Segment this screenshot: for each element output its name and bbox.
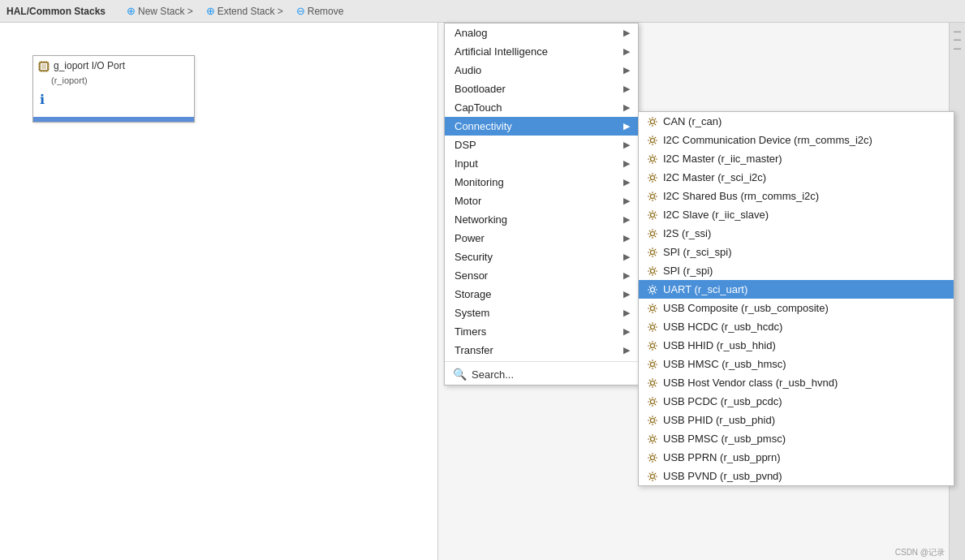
watermark: CSDN @记录 [895, 547, 945, 558]
remove-icon: ⊖ [296, 5, 305, 17]
arrow-icon: ▶ [623, 326, 630, 337]
gear-icon [647, 265, 658, 277]
menu-item-ai[interactable]: Artificial Intelligence ▶ [445, 42, 638, 61]
menu-item-monitoring[interactable]: Monitoring ▶ [445, 173, 638, 192]
menu-item-storage[interactable]: Storage ▶ [445, 285, 638, 304]
svg-point-23 [651, 287, 655, 291]
dropdown-menu: Analog ▶ Artificial Intelligence ▶ Audio… [444, 23, 639, 386]
extend-stack-button[interactable]: ⊕ Extend Stack > [201, 3, 288, 19]
arrow-icon: ▶ [623, 46, 630, 57]
gear-icon [647, 377, 658, 389]
submenu-item-usb-pvnd[interactable]: USB PVND (r_usb_pvnd) [639, 467, 954, 485]
menu-item-captouch[interactable]: CapTouch ▶ [445, 98, 638, 117]
menu-item-motor[interactable]: Motor ▶ [445, 192, 638, 210]
arrow-icon: ▶ [623, 65, 630, 75]
gear-icon [647, 247, 658, 258]
component-block[interactable]: g_ioport I/O Port (r_ioport) ℹ [32, 55, 195, 123]
svg-point-31 [651, 437, 655, 441]
svg-point-32 [651, 455, 655, 459]
gear-icon [647, 471, 658, 482]
menu-item-connectivity[interactable]: Connectivity ▶ [445, 117, 638, 136]
menu-item-input[interactable]: Input ▶ [445, 154, 638, 173]
submenu-item-spi[interactable]: SPI (r_spi) [639, 261, 954, 280]
svg-point-33 [651, 474, 655, 478]
svg-point-26 [651, 343, 655, 347]
new-stack-button[interactable]: ⊕ New Stack > [122, 3, 198, 19]
remove-button[interactable]: ⊖ Remove [291, 3, 349, 19]
new-stack-icon: ⊕ [127, 5, 136, 17]
svg-point-17 [651, 175, 655, 179]
menu-item-timers[interactable]: Timers ▶ [445, 322, 638, 341]
submenu-item-i2c-slave[interactable]: I2C Slave (r_iic_slave) [639, 205, 954, 224]
menu-item-power[interactable]: Power ▶ [445, 229, 638, 248]
submenu-item-i2c-comms[interactable]: I2C Communication Device (rm_comms_i2c) [639, 131, 954, 149]
svg-point-16 [651, 157, 655, 161]
submenu-item-usb-composite[interactable]: USB Composite (r_usb_composite) [639, 299, 954, 317]
extend-stack-icon: ⊕ [206, 5, 215, 17]
arrow-icon: ▶ [623, 102, 630, 113]
menu-item-transfer[interactable]: Transfer ▶ [445, 341, 638, 360]
chip-icon [38, 59, 50, 72]
menu-item-bootloader[interactable]: Bootloader ▶ [445, 80, 638, 98]
menu-item-networking[interactable]: Networking ▶ [445, 210, 638, 229]
gear-icon [647, 284, 658, 295]
arrow-icon: ▶ [623, 308, 630, 318]
arrow-icon: ▶ [623, 121, 630, 131]
component-name: g_ioport I/O Port [54, 60, 125, 71]
main-window: HAL/Common Stacks ⊕ New Stack > ⊕ Extend… [0, 0, 965, 560]
panel-title: HAL/Common Stacks [6, 6, 106, 17]
arrow-icon: ▶ [623, 345, 630, 355]
gear-icon [647, 452, 658, 463]
gear-icon [647, 209, 658, 221]
info-icon[interactable]: ℹ [40, 93, 45, 106]
submenu-item-usb-hcdc[interactable]: USB HCDC (r_usb_hcdc) [639, 317, 954, 336]
submenu-item-can[interactable]: CAN (r_can) [639, 112, 954, 131]
gear-icon [647, 116, 658, 127]
gear-icon [647, 359, 658, 370]
gear-icon [647, 191, 658, 202]
submenu-item-usb-hhid[interactable]: USB HHID (r_usb_hhid) [639, 336, 954, 355]
svg-point-28 [651, 381, 655, 385]
submenu-item-i2s[interactable]: I2S (r_ssi) [639, 224, 954, 243]
svg-point-29 [651, 399, 655, 403]
submenu-item-usb-hmsc[interactable]: USB HMSC (r_usb_hmsc) [639, 355, 954, 373]
menu-item-dsp[interactable]: DSP ▶ [445, 136, 638, 154]
svg-point-20 [651, 231, 655, 235]
submenu-item-uart[interactable]: UART (r_sci_uart) [639, 280, 954, 299]
submenu-item-usb-pmsc[interactable]: USB PMSC (r_usb_pmsc) [639, 429, 954, 448]
svg-point-24 [651, 306, 655, 310]
svg-point-30 [651, 418, 655, 422]
submenu-item-usb-pprn[interactable]: USB PPRN (r_usb_pprn) [639, 448, 954, 467]
menu-item-audio[interactable]: Audio ▶ [445, 61, 638, 80]
gear-icon [647, 433, 658, 445]
arrow-icon: ▶ [623, 196, 630, 206]
gear-icon [647, 340, 658, 351]
svg-point-22 [651, 269, 655, 273]
canvas-area: g_ioport I/O Port (r_ioport) ℹ [0, 23, 438, 560]
submenu-item-usb-hvnd[interactable]: USB Host Vendor class (r_usb_hvnd) [639, 373, 954, 392]
arrow-icon: ▶ [623, 158, 630, 169]
submenu-item-i2c-master-iic[interactable]: I2C Master (r_iic_master) [639, 149, 954, 168]
submenu-item-usb-pcdc[interactable]: USB PCDC (r_usb_pcdc) [639, 392, 954, 411]
arrow-icon: ▶ [623, 177, 630, 187]
submenu-item-spi-sci[interactable]: SPI (r_sci_spi) [639, 243, 954, 261]
arrow-icon: ▶ [623, 84, 630, 94]
panel-header: HAL/Common Stacks ⊕ New Stack > ⊕ Extend… [0, 0, 965, 23]
submenu-item-i2c-master-sci[interactable]: I2C Master (r_sci_i2c) [639, 168, 954, 187]
gear-icon [647, 135, 658, 146]
arrow-icon: ▶ [623, 233, 630, 243]
search-item[interactable]: 🔍 Search... [445, 364, 638, 385]
search-icon: 🔍 [453, 368, 467, 381]
arrow-icon: ▶ [623, 140, 630, 150]
gear-icon [647, 415, 658, 426]
svg-point-19 [651, 213, 655, 217]
arrow-icon: ▶ [623, 28, 630, 38]
menu-divider [445, 361, 638, 362]
submenu-item-i2c-shared[interactable]: I2C Shared Bus (rm_comms_i2c) [639, 187, 954, 205]
gear-icon [647, 172, 658, 183]
menu-item-analog[interactable]: Analog ▶ [445, 24, 638, 42]
menu-item-system[interactable]: System ▶ [445, 304, 638, 322]
submenu-item-usb-phid[interactable]: USB PHID (r_usb_phid) [639, 411, 954, 429]
menu-item-security[interactable]: Security ▶ [445, 248, 638, 266]
menu-item-sensor[interactable]: Sensor ▶ [445, 266, 638, 285]
